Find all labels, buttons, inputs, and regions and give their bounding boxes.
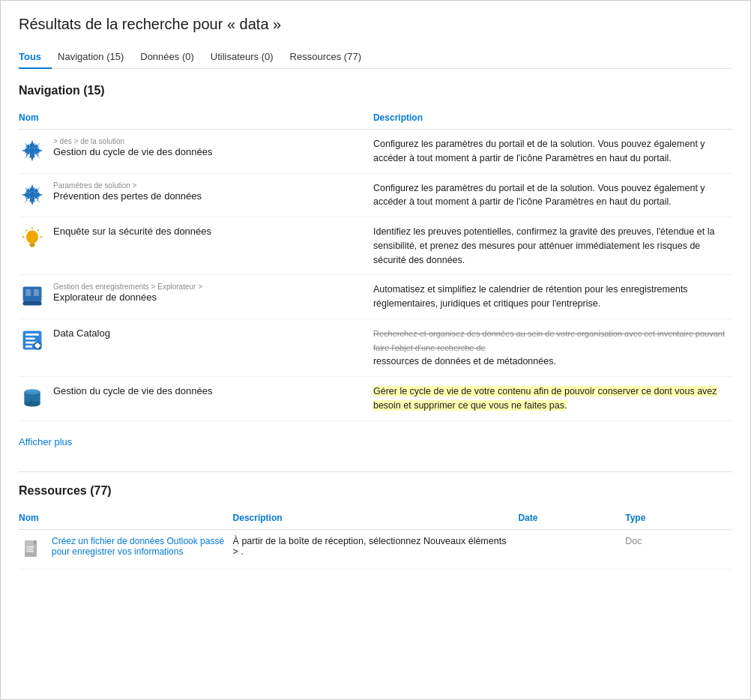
navigation-section-title: Navigation (15) <box>19 84 732 97</box>
svg-rect-4 <box>30 246 34 247</box>
res-table-row[interactable]: Créez un fichier de données Outlook pass… <box>19 529 732 569</box>
svg-rect-16 <box>25 337 34 340</box>
nav-table-row[interactable]: > des > de la solutionGestion du cycle d… <box>19 130 732 174</box>
svg-rect-11 <box>23 301 42 305</box>
section-divider <box>19 471 732 472</box>
res-name-cell: Créez un fichier de données Outlook pass… <box>19 529 233 569</box>
light-icon <box>19 225 46 252</box>
page-container: Résultats de la recherche pour « data » … <box>0 0 751 700</box>
nav-desc-cell: Recherchez et organisez des données au s… <box>361 319 732 376</box>
cylinder-icon <box>19 384 46 411</box>
nav-item-name[interactable]: Gestion du cycle de vie des données <box>53 146 212 157</box>
svg-line-6 <box>37 229 39 231</box>
svg-point-2 <box>26 230 38 244</box>
svg-rect-31 <box>27 551 34 552</box>
nav-item-name[interactable]: Data Catalog <box>53 328 110 339</box>
svg-point-25 <box>24 389 40 394</box>
res-col-type-header: Type <box>625 510 732 530</box>
ressources-section: Ressources (77) Nom Description Date Typ… <box>19 484 732 570</box>
nav-item-breadcrumb: > des > de la solution <box>53 137 212 145</box>
page-title: Résultats de la recherche pour « data » <box>19 16 732 33</box>
nav-name-cell: Gestion des enregistrements > Explorateu… <box>19 275 361 319</box>
tab-ressources[interactable]: Ressources (77) <box>290 45 372 68</box>
res-col-date-header: Date <box>518 510 625 530</box>
res-type-cell: Doc <box>625 529 732 569</box>
nav-desc-cell: Identifiez les preuves potentielles, con… <box>361 217 732 275</box>
catalog-icon <box>19 327 46 354</box>
gear-icon <box>19 137 46 164</box>
res-date-cell <box>518 529 625 569</box>
nav-table-row[interactable]: Data CatalogRecherchez et organisez des … <box>19 319 732 376</box>
nav-desc-cell: Configurez les paramètres du portail et … <box>361 130 732 174</box>
nav-table-row[interactable]: Gestion des enregistrements > Explorateu… <box>19 275 732 319</box>
nav-name-cell: Gestion du cycle de vie des données <box>19 377 361 421</box>
svg-point-0 <box>29 148 36 154</box>
svg-rect-12 <box>25 289 31 296</box>
nav-desc-cell: Gérer le cycle de vie de votre contenu a… <box>361 377 732 421</box>
nav-item-name[interactable]: Enquête sur la sécurité des données <box>53 226 211 237</box>
nav-table-row[interactable]: Enquête sur la sécurité des donnéesIdent… <box>19 217 732 275</box>
tab-utilisateurs[interactable]: Utilisateurs (0) <box>211 45 284 68</box>
res-col-name-header: Nom <box>19 510 233 530</box>
svg-rect-18 <box>25 346 32 348</box>
afficher-plus-link[interactable]: Afficher plus <box>19 436 72 447</box>
svg-rect-21 <box>35 344 40 347</box>
nav-table-row[interactable]: Gestion du cycle de vie des donnéesGérer… <box>19 377 732 421</box>
svg-line-8 <box>25 229 27 231</box>
nav-col-desc-header: Description <box>361 109 732 130</box>
nav-item-name[interactable]: Gestion du cycle de vie des données <box>53 385 212 396</box>
nav-item-breadcrumb: Gestion des enregistrements > Explorateu… <box>53 283 202 291</box>
nav-table-row[interactable]: Paramètres de solution >Prévention des p… <box>19 173 732 217</box>
nav-item-name[interactable]: Explorateur de données <box>53 292 157 303</box>
svg-rect-3 <box>29 244 34 246</box>
nav-desc-normal: ressources de données et de métadonnées. <box>373 356 556 366</box>
svg-rect-30 <box>27 549 33 550</box>
nav-name-cell: > des > de la solutionGestion du cycle d… <box>19 130 361 174</box>
nav-desc-strikethrough: Recherchez et organisez des données au s… <box>373 329 725 352</box>
tab-donnees[interactable]: Données (0) <box>140 45 205 68</box>
nav-item-breadcrumb: Paramètres de solution > <box>53 181 202 190</box>
nav-name-cell: Data Catalog <box>19 319 361 376</box>
doc-icon <box>19 536 46 563</box>
nav-desc-highlighted: Gérer le cycle de vie de votre contenu a… <box>373 386 717 411</box>
svg-rect-15 <box>25 334 39 336</box>
svg-rect-29 <box>27 546 34 548</box>
svg-point-24 <box>24 401 40 406</box>
nav-name-cell: Enquête sur la sécurité des données <box>19 217 361 275</box>
res-item-name[interactable]: Créez un fichier de données Outlook pass… <box>52 536 227 557</box>
tab-navigation[interactable]: Navigation (15) <box>58 45 134 68</box>
navigation-table: Nom Description > des > de la solutionGe… <box>19 109 732 421</box>
tab-tous[interactable]: Tous <box>19 45 52 68</box>
gear-icon <box>19 181 46 208</box>
svg-point-1 <box>29 191 36 198</box>
nav-col-name-header: Nom <box>19 109 361 130</box>
ressources-section-title: Ressources (77) <box>19 484 732 498</box>
navigation-section: Navigation (15) Nom Description > des > … <box>19 84 732 459</box>
nav-name-cell: Paramètres de solution >Prévention des p… <box>19 173 361 217</box>
nav-item-name[interactable]: Prévention des pertes de données <box>53 190 202 202</box>
svg-rect-13 <box>34 289 39 296</box>
ressources-table: Nom Description Date Type Créez un fichi… <box>19 510 732 570</box>
res-desc-cell: À partir de la boîte de réception, sélec… <box>233 529 519 569</box>
nav-desc-cell: Automatisez et simplifiez le calendrier … <box>361 275 732 319</box>
tabs-row: Tous Navigation (15) Données (0) Utilisa… <box>19 45 732 69</box>
nav-desc-cell: Configurez les paramètres du portail et … <box>361 173 732 217</box>
res-col-desc-header: Description <box>233 510 519 530</box>
box-icon <box>19 283 46 310</box>
